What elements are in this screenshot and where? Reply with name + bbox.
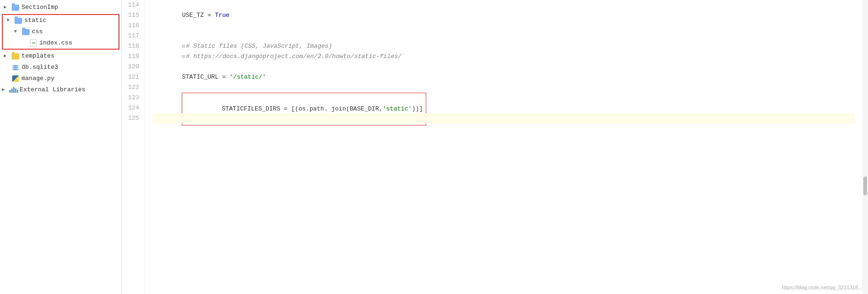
code-line-123 [153,93,855,103]
spacer [4,74,11,83]
tree-label: External Libraries [20,85,85,95]
folder-yellow-icon [11,52,20,60]
tree-label: css [32,27,43,37]
code-line-124: TEMPLATE_DIRS = (os.path. join(BASE_DIR,… [153,103,855,113]
tree-label: SectionImp [22,3,58,12]
folder-icon [11,4,20,11]
code-editor: 114 115 116 117 118 119 120 121 122 123 … [122,0,868,294]
arrow-icon: ▶ [4,3,11,12]
code-line-122: STATICFILES_DIRS = [(os.path. join(BASE_… [153,82,855,93]
code-line-120: STATIC_URL = '/static/' [153,62,855,72]
tree-label: static [24,16,46,25]
code-line-119 [153,51,855,62]
tree-label: templates [22,51,54,61]
code-line-116 [153,21,855,31]
tree-item-manage-py[interactable]: manage.py [0,73,121,84]
python-file-icon [11,75,20,82]
ext-lib-icon [9,86,18,94]
file-tree: ▶ SectionImp ▼ static ▼ css css [0,0,122,294]
css-file-icon: css [29,39,37,47]
tree-item-index-css[interactable]: css index.css [3,37,119,49]
tree-item-db[interactable]: db.sqlite3 [0,62,121,73]
scrollbar-thumb[interactable] [863,176,867,195]
line-numbers: 114 115 116 117 118 119 120 121 122 123 … [122,0,145,294]
code-line-115 [153,10,855,21]
folder-icon [22,28,30,36]
code-content[interactable]: USE_TZ = True ⊟# Static files (CSS, Java… [145,0,862,294]
spacer [22,38,29,48]
code-line-121 [153,72,855,82]
scrollbar-track[interactable] [862,0,868,294]
code-line-114: USE_TZ = True [153,0,855,10]
tree-item-css[interactable]: ▼ css [3,26,119,37]
code-line-125 [153,113,855,124]
arrow-icon: ▼ [14,27,22,37]
arrow-icon: ▼ [7,16,14,25]
watermark: https://blog.csdn.net/qq_3211318... [782,285,862,290]
db-icon [11,64,20,71]
tree-label: db.sqlite3 [22,63,58,72]
code-line-117: ⊟# Static files (CSS, JavaScript, Images… [153,31,855,41]
tree-label: index.css [39,38,72,48]
arrow-icon: ▶ [2,85,9,95]
tree-item-static[interactable]: ▼ static [3,15,119,26]
tree-item-templates[interactable]: ▶ templates [0,51,121,62]
tree-label: manage.py [22,74,54,83]
tree-item-sectionimp[interactable]: ▶ SectionImp [0,2,121,13]
code-line-118: ⊟# https://docs.djangoproject.com/en/2.0… [153,41,855,51]
spacer [4,63,11,72]
arrow-icon: ▶ [4,51,11,61]
tree-item-external-libs[interactable]: ▶ External Libraries [0,84,121,96]
folder-icon [14,17,22,24]
